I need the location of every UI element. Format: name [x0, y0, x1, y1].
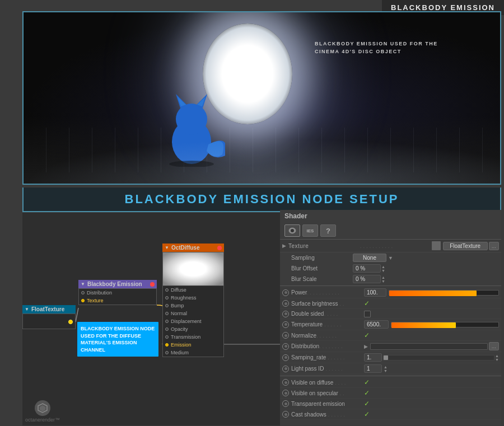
float-texture-node[interactable]: ▼ FloatTexture — [22, 305, 76, 329]
prop-dist-label: Distribution. . . . . . . . — [291, 343, 364, 349]
sampling-rate-slider[interactable] — [383, 355, 494, 361]
node-port-medium: Medium — [163, 349, 223, 357]
port-dot-displacement — [165, 320, 169, 323]
node-setup-title: BLACKBODY EMISSION NODE SETUP — [22, 188, 501, 212]
node-port-bump: Bump — [163, 302, 223, 310]
sampling-rate-input[interactable]: 1. — [364, 353, 382, 362]
oct-diffuse-header: ▼ OctDiffuse — [162, 244, 224, 252]
blur-offset-arrows[interactable]: ▲ ▼ — [381, 265, 385, 273]
lp-down-arrow[interactable]: ▼ — [384, 369, 388, 373]
distribution-field[interactable] — [370, 343, 488, 350]
oct-diffuse-node[interactable]: ▼ OctDiffuse Diffuse Roughness Bump Norm… — [162, 244, 224, 357]
texture-label: Texture — [288, 243, 360, 249]
temperature-value-input[interactable]: 6500. — [364, 320, 389, 329]
prop-icon-dist — [282, 343, 289, 350]
lp-arrows[interactable]: ▲ ▼ — [384, 365, 388, 373]
sampling-rate-value: 1. — [367, 354, 371, 361]
svg-point-12 — [291, 229, 294, 232]
oct-diffuse-thumbnail — [163, 252, 223, 286]
power-slider[interactable] — [389, 290, 499, 296]
texture-expand-arrow[interactable]: ▶ — [282, 243, 286, 249]
temperature-value: 6500. — [367, 321, 381, 327]
distribution-more-btn[interactable]: ... — [489, 342, 499, 350]
vd-checkmark: ✓ — [364, 378, 370, 386]
prop-icon-cs — [282, 411, 289, 418]
prop-sr-label: Samping_rate . . . . . . — [291, 354, 364, 361]
prop-row-cast-shadows: Cast shadows . . . . . . ✓ — [280, 409, 501, 420]
blur-scale-row: Blur Scale 0 % ▲ ▼ — [280, 274, 501, 284]
power-value-input[interactable]: 100. — [364, 288, 386, 297]
node-setup-title-text: BLACKBODY EMISSION NODE SETUP — [125, 192, 399, 206]
port-dot-roughness — [165, 296, 169, 299]
dist-expand-arrow[interactable]: ▶ — [364, 344, 368, 349]
prop-row-double-sided: Double sided. . . . . — [280, 309, 501, 319]
te-checkmark: ✓ — [364, 400, 370, 408]
preview-area: BLACKBODY EMISSION USED FOR THE CINEMA 4… — [22, 11, 501, 185]
sr-arrows[interactable]: ▲ ▼ — [495, 354, 499, 362]
prop-row-distribution: Distribution. . . . . . . . ▶ ... — [280, 341, 501, 352]
scene-caption-line2: CINEMA 4D'S DISC OBJECT — [315, 48, 438, 56]
light-pass-input[interactable]: 1 — [364, 364, 382, 373]
svg-line-7 — [76, 308, 78, 322]
prop-te-label: Transparent emission — [291, 401, 364, 407]
blur-scale-value: 0 % — [356, 276, 365, 282]
prop-row-surface-brightness: Surface brightness . . ✓ — [280, 298, 501, 309]
blur-scale-down-arrow[interactable]: ▼ — [381, 279, 385, 283]
prop-icon-lp — [282, 366, 289, 372]
temperature-slider[interactable] — [391, 322, 499, 327]
sampling-row: Sampling None ▼ — [280, 252, 501, 263]
blur-offset-down-arrow[interactable]: ▼ — [381, 269, 385, 273]
sampling-dropdown-arrow: ▼ — [388, 255, 393, 261]
node-port-transmission: Transmission — [163, 333, 223, 341]
prop-row-visible-specular: Visible on specular . . ✓ — [280, 388, 501, 399]
prop-cs-label: Cast shadows . . . . . . — [291, 411, 364, 418]
floor-glow — [24, 139, 500, 184]
octane-logo: octanerender™ — [25, 400, 60, 423]
port-dot-emission — [165, 343, 169, 347]
svg-marker-10 — [40, 405, 45, 411]
scene-background: BLACKBODY EMISSION USED FOR THE CINEMA 4… — [24, 12, 500, 184]
oct-diffuse-title: OctDiffuse — [171, 245, 200, 251]
blur-scale-spinner[interactable]: 0 % — [353, 275, 381, 283]
blur-scale-label: Blur Scale — [291, 276, 353, 282]
texture-arrow-icon — [432, 241, 441, 250]
prop-icon-ds — [282, 311, 289, 317]
blackbody-emission-node[interactable]: ▼ Blackbody Emission Distribution Textur… — [78, 280, 157, 305]
bb-triangle-icon: ▼ — [81, 282, 85, 287]
prop-icon-temp — [282, 321, 289, 328]
sr-up-arrow[interactable]: ▲ — [495, 354, 499, 358]
sampling-dropdown[interactable]: None — [353, 254, 386, 262]
port-dot-transmission — [165, 335, 169, 339]
blur-offset-spinner[interactable]: 0 % — [353, 264, 381, 273]
texture-value-btn[interactable]: FloatTexture — [443, 242, 488, 250]
shader-icons-row: IES ? — [280, 222, 501, 240]
lens-icon-btn[interactable] — [284, 224, 300, 237]
light-pass-value: 1 — [367, 366, 370, 372]
node-port-normal: Normal — [163, 310, 223, 317]
blur-offset-label: Blur Offset — [291, 265, 353, 271]
node-desc-text: BLACKBODY EMISSION NODE USED FOR THE DIF… — [81, 326, 155, 353]
double-sided-checkbox[interactable] — [364, 311, 371, 317]
ies-icon-btn[interactable]: IES — [302, 224, 318, 237]
shader-panel: Shader IES ? ▶ Texture . . . . . . . . .… — [280, 210, 501, 425]
lp-up-arrow[interactable]: ▲ — [384, 365, 388, 369]
blur-scale-up-arrow[interactable]: ▲ — [381, 275, 385, 279]
port-dot-medium — [165, 351, 169, 354]
blur-offset-up-arrow[interactable]: ▲ — [381, 265, 385, 269]
prop-row-transparent-emission: Transparent emission ✓ — [280, 399, 501, 409]
texture-more-btn[interactable]: ... — [489, 242, 499, 250]
node-triangle-icon: ▼ — [165, 245, 169, 250]
prop-ds-label: Double sided. . . . . — [291, 311, 364, 317]
prop-norm-label: Normalize. . . . . . . — [291, 333, 364, 339]
prop-row-temperature: Temperature . . . . . . 6500. — [280, 319, 501, 330]
texture-dots: . . . . . . . . . . . — [360, 243, 432, 249]
port-dot-diffuse — [165, 288, 169, 292]
help-icon-btn[interactable]: ? — [320, 224, 336, 237]
sr-down-arrow[interactable]: ▼ — [495, 358, 499, 362]
node-port-bb-distribution: Distribution — [79, 289, 156, 297]
cs-checkmark: ✓ — [364, 410, 370, 418]
octane-icon — [35, 400, 50, 416]
blur-scale-arrows[interactable]: ▲ ▼ — [381, 275, 385, 283]
prop-row-sampling-rate: Samping_rate . . . . . . 1. ▲ ▼ — [280, 352, 501, 363]
port-dot-normal — [165, 312, 169, 315]
